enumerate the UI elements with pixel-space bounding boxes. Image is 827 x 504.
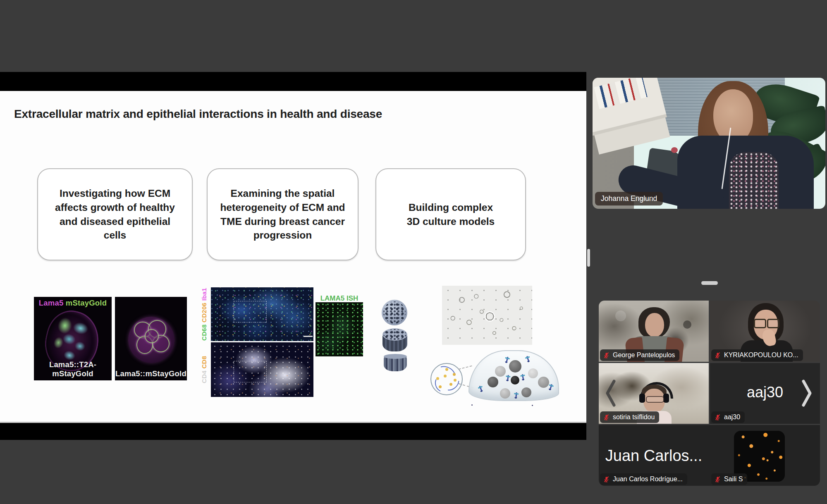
participant-tile-george[interactable]: George Pantelopulos	[599, 301, 709, 362]
panel-collapse-handle[interactable]	[701, 281, 718, 285]
slide-box-3d-culture: Building complex 3D culture models	[375, 168, 526, 260]
slide-title: Extracellular matrix and epithelial inte…	[14, 107, 469, 121]
muted-mic-icon	[603, 476, 609, 483]
tissue-top-axis-label: CD68 CD206 Iba1	[200, 287, 208, 341]
micrograph-caption: Lama5::T2A-mStayGold	[34, 360, 112, 378]
meeting-window: Extracellular matrix and epithelial inte…	[0, 0, 827, 504]
panel-divider-handle[interactable]	[587, 249, 590, 267]
tissue-bottom-axis-label: CD4 CD8	[200, 342, 208, 397]
slide-bottom-edge	[0, 422, 586, 423]
speaker-name-tag: Johanna Englund	[595, 192, 663, 205]
next-page-chevron[interactable]	[800, 379, 813, 408]
lama5-label: Lama5	[39, 299, 64, 307]
window-flower	[671, 147, 678, 153]
participant-name: aaj30	[724, 413, 740, 421]
participant-name: Juan Carlos Rodrígue...	[613, 475, 683, 483]
scaffold-striped-cylinder-image	[384, 356, 407, 371]
matrix-zoom-circle	[430, 363, 463, 395]
participant-name: sotiria tsiflidou	[613, 413, 655, 421]
muted-mic-icon	[603, 414, 609, 421]
slide-box-spatial-heterogeneity: Examining the spatial heterogeneity of E…	[207, 168, 359, 260]
micrograph-lama5-t2a: Lama5 mStayGold Lama5::T2A-mStayGold	[34, 297, 112, 380]
speaker-video-tile[interactable]: Johanna Englund	[593, 78, 825, 209]
brightfield-organoids-image	[442, 286, 532, 345]
muted-mic-icon	[715, 352, 721, 359]
roi-dashed-box	[234, 361, 267, 382]
participant-name: KYRIAKOPOULOU KO...	[724, 351, 798, 359]
cd206-label: CD206	[201, 303, 208, 322]
slide-box-text: Investigating how ECM affects growth of …	[50, 186, 179, 242]
cd8-label: CD8	[201, 356, 208, 369]
tissue-image-tcell	[211, 342, 313, 397]
headphone-cup	[663, 394, 669, 403]
slide-box-text: Building complex 3D culture models	[401, 201, 500, 229]
zoom-connector-line	[458, 365, 472, 370]
speaker-blouse	[729, 152, 779, 209]
tissue-image-macrophage	[211, 287, 313, 341]
scaffold-sphere-image	[382, 300, 407, 325]
headphone-cup	[639, 394, 645, 403]
participant-name-tag: aaj30	[711, 411, 745, 423]
lama5-ish-image	[316, 302, 363, 356]
participant-tile-kyriakopoulou[interactable]: KYRIAKOPOULOU KO...	[710, 301, 820, 362]
scaffold-cylinder-top	[382, 328, 407, 341]
micrograph-top-label: Lama5 mStayGold	[34, 299, 112, 308]
slide-box-ecm-growth: Investigating how ECM affects growth of …	[37, 168, 193, 260]
muted-mic-icon	[715, 476, 721, 483]
muted-mic-icon	[603, 352, 609, 359]
glasses	[754, 319, 766, 328]
participants-grid: George Pantelopulos KYRIAKOPOULOU KO...	[599, 301, 820, 486]
speaker-name: Johanna Englund	[601, 194, 657, 203]
speaker-face	[713, 89, 753, 143]
participant-name-tag: sotiria tsiflidou	[600, 411, 659, 423]
scale-bar	[304, 336, 313, 337]
participant-display-name: Juan Carlos...	[599, 447, 709, 465]
participant-tile-row3[interactable]: Juan Carlos... Juan Carlos Rodrígue... S…	[599, 425, 820, 486]
participant-name-tag: George Pantelopulos	[600, 349, 679, 361]
culture-dome-schematic	[468, 350, 559, 401]
roi-dashed-box	[234, 301, 267, 322]
schematic-dot	[532, 405, 533, 406]
participant-face	[645, 313, 664, 337]
participant-name-tag: KYRIAKOPOULOU KO...	[711, 349, 803, 361]
matrix-molecule-dots	[444, 375, 447, 377]
schematic-dot	[471, 404, 473, 406]
lama5-ish-label: LAMA5 ISH	[316, 294, 363, 303]
iba1-label: Iba1	[201, 288, 208, 301]
previous-page-chevron[interactable]	[605, 379, 618, 408]
micrograph-lama5-mstaygold: Lama5::mStayGold	[115, 297, 187, 380]
cd68-label: CD68	[201, 324, 208, 341]
participant-name-tag: Juan Carlos Rodrígue...	[600, 473, 687, 485]
mstaygold-label: mStayGold	[66, 299, 107, 307]
glasses	[646, 396, 664, 403]
glasses	[767, 319, 779, 328]
muted-mic-icon	[715, 414, 721, 421]
cd4-label: CD4	[201, 370, 208, 383]
participant-name: Saili S	[724, 475, 743, 483]
participant-name-tag: Saili S	[711, 473, 747, 485]
presentation-slide: Extracellular matrix and epithelial inte…	[0, 91, 586, 422]
participant-name: George Pantelopulos	[613, 351, 675, 359]
organoid-image	[128, 317, 174, 363]
slide-box-text: Examining the spatial heterogeneity of E…	[220, 186, 345, 242]
micrograph-caption: Lama5::mStayGold	[115, 369, 187, 378]
screen-share-region: Extracellular matrix and epithelial inte…	[0, 72, 586, 440]
